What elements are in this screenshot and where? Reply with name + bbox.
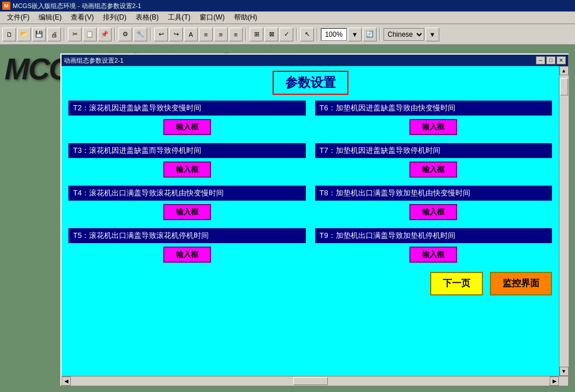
menu-tools[interactable]: 工具(T) <box>163 11 195 24</box>
scroll-track[interactable] <box>559 75 569 367</box>
toolbar-btn-paste[interactable]: 📌 <box>98 28 112 41</box>
hscroll-thumb[interactable] <box>293 377 328 385</box>
dialog-body: 参数设置 T2：滚花机因进盖缺盖导致快变慢时间 输入框 T6：加垫机因进盖缺盖导… <box>62 66 559 376</box>
param-input-row-t3: 输入框 <box>68 162 306 178</box>
param-input-row-t8: 输入框 <box>315 204 553 220</box>
param-group-t2: T2：滚花机因进盖缺盖导致快变慢时间 输入框 <box>68 101 306 139</box>
toolbar-sep-2 <box>114 28 116 41</box>
maximize-button[interactable]: □ <box>546 56 555 64</box>
param-group-t7: T7：加垫机因进盖缺盖导致停机时间 输入框 <box>315 143 553 181</box>
language-select[interactable]: Chinese English <box>384 28 424 41</box>
toolbar-sep-6 <box>317 28 318 41</box>
menu-window[interactable]: 窗口(W) <box>195 11 229 24</box>
param-input-t7[interactable]: 输入框 <box>409 162 457 178</box>
page-title: 参数设置 <box>273 71 348 95</box>
param-label-t6: T6：加垫机因进盖缺盖导致由快变慢时间 <box>315 101 553 116</box>
toolbar-btn-12[interactable]: ≡ <box>229 28 243 41</box>
vertical-scrollbar: ▲ ▼ <box>559 66 568 376</box>
toolbar-btn-10[interactable]: ≡ <box>199 28 213 41</box>
param-input-t2[interactable]: 输入框 <box>163 119 211 135</box>
toolbar-sep-4 <box>246 28 247 41</box>
param-label-t3: T3：滚花机因进盖缺盖而导致停机时间 <box>68 143 306 158</box>
param-label-t8: T8：加垫机出口满盖导致加垫机由快变慢时间 <box>315 186 553 201</box>
toolbar-btn-cursor[interactable]: ↖ <box>300 28 314 41</box>
toolbar-sep-5 <box>296 28 297 41</box>
param-input-t4[interactable]: 输入框 <box>163 204 211 220</box>
toolbar-btn-15[interactable]: ✓ <box>279 28 293 41</box>
scrollbar-corner <box>559 376 568 386</box>
toolbar-btn-7[interactable]: ↩ <box>154 28 168 41</box>
dialog-title: 动画组态参数设置2-1 <box>64 56 124 65</box>
zoom-input[interactable] <box>321 28 347 41</box>
toolbar-btn-2[interactable]: 📂 <box>17 28 31 41</box>
param-input-row-t7: 输入框 <box>315 162 553 178</box>
next-page-button[interactable]: 下一页 <box>430 272 483 295</box>
minimize-button[interactable]: ─ <box>536 56 545 64</box>
param-input-t5[interactable]: 输入框 <box>163 247 211 263</box>
dialog-window: 动画组态参数设置2-1 ─ □ ✕ 参数设置 T2：滚花机因进盖缺盖导致快变慢时… <box>60 53 569 386</box>
menu-file[interactable]: 文件(F) <box>2 11 34 24</box>
param-input-t3[interactable]: 输入框 <box>163 162 211 178</box>
toolbar-btn-8[interactable]: ↪ <box>169 28 183 41</box>
toolbar-btn-11[interactable]: ≡ <box>214 28 228 41</box>
toolbar-sep-7 <box>379 28 381 41</box>
toolbar-btn-14[interactable]: ⊠ <box>264 28 278 41</box>
param-input-t9[interactable]: 输入框 <box>409 247 457 263</box>
toolbar-btn-4[interactable]: 🖨 <box>47 28 61 41</box>
param-input-t8[interactable]: 输入框 <box>409 204 457 220</box>
menu-arrange[interactable]: 排列(D) <box>98 11 131 24</box>
scroll-thumb[interactable] <box>560 78 568 95</box>
param-group-t9: T9：加垫机出口满盖导致加垫机停机时间 输入框 <box>315 228 553 266</box>
close-button[interactable]: ✕ <box>557 56 566 64</box>
param-input-row-t6: 输入框 <box>315 119 553 135</box>
param-input-row-t4: 输入框 <box>68 204 306 220</box>
menu-help[interactable]: 帮助(H) <box>229 11 262 24</box>
hscroll-track[interactable] <box>71 376 550 386</box>
monitor-button[interactable]: 监控界面 <box>490 272 552 295</box>
param-group-t6: T6：加垫机因进盖缺盖导致由快变慢时间 输入框 <box>315 101 553 139</box>
app-titlebar: M MCGS嵌入版组态环境 - 动画组态参数设置2-1 <box>0 0 575 11</box>
hscroll-right-arrow[interactable]: ▶ <box>550 376 559 386</box>
toolbar-sep-1 <box>64 28 65 41</box>
hscroll-left-arrow[interactable]: ◀ <box>62 376 71 386</box>
toolbar-btn-5[interactable]: ⚙ <box>118 28 132 41</box>
param-label-t7: T7：加垫机因进盖缺盖导致停机时间 <box>315 143 553 158</box>
param-input-row-t2: 输入框 <box>68 119 306 135</box>
bottom-buttons: 下一页 监控界面 <box>68 272 552 298</box>
toolbar-btn-refresh[interactable]: 🔄 <box>363 28 377 41</box>
param-group-t5: T5：滚花机出口满盖导致滚花机停机时间 输入框 <box>68 228 306 266</box>
menu-bar: 文件(F) 编辑(E) 查看(V) 排列(D) 表格(B) 工具(T) 窗口(W… <box>0 11 575 24</box>
toolbar-btn-copy[interactable]: 📋 <box>83 28 97 41</box>
param-label-t5: T5：滚花机出口满盖导致滚花机停机时间 <box>68 228 306 243</box>
param-label-t9: T9：加垫机出口满盖导致加垫机停机时间 <box>315 228 553 243</box>
param-group-t3: T3：滚花机因进盖缺盖而导致停机时间 输入框 <box>68 143 306 181</box>
param-input-row-t9: 输入框 <box>315 247 553 263</box>
toolbar-btn-13[interactable]: ⊞ <box>250 28 263 41</box>
toolbar-btn-cut[interactable]: ✂ <box>68 28 82 41</box>
lang-dropdown-btn[interactable]: ▼ <box>425 28 439 41</box>
horizontal-scrollbar: ◀ ▶ <box>62 376 568 385</box>
param-label-t2: T2：滚花机因进盖缺盖导致快变慢时间 <box>68 101 306 116</box>
toolbar-sep-3 <box>150 28 151 41</box>
app-icon: M <box>2 2 10 10</box>
param-group-t8: T8：加垫机出口满盖导致加垫机由快变慢时间 输入框 <box>315 186 553 224</box>
toolbar: 🗋 📂 💾 🖨 ✂ 📋 📌 ⚙ 🔧 ↩ ↪ A ≡ ≡ ≡ ⊞ ⊠ ✓ ↖ ▼ … <box>0 24 575 45</box>
menu-table[interactable]: 表格(B) <box>131 11 163 24</box>
params-grid: T2：滚花机因进盖缺盖导致快变慢时间 输入框 T6：加垫机因进盖缺盖导致由快变慢… <box>68 101 552 266</box>
zoom-dropdown-btn[interactable]: ▼ <box>348 28 362 41</box>
param-input-t6[interactable]: 输入框 <box>409 119 457 135</box>
toolbar-btn-1[interactable]: 🗋 <box>2 28 16 41</box>
toolbar-btn-3[interactable]: 💾 <box>32 28 46 41</box>
scroll-down-arrow[interactable]: ▼ <box>559 367 569 376</box>
toolbar-btn-9[interactable]: A <box>184 28 198 41</box>
dialog-layout: 参数设置 T2：滚花机因进盖缺盖导致快变慢时间 输入框 T6：加垫机因进盖缺盖导… <box>62 66 568 376</box>
toolbar-btn-6[interactable]: 🔧 <box>133 28 147 41</box>
param-label-t4: T4：滚花机出口满盖导致滚花机由快变慢时间 <box>68 186 306 201</box>
scroll-up-arrow[interactable]: ▲ <box>559 66 569 75</box>
zoom-control: ▼ <box>321 28 362 41</box>
dialog-controls: ─ □ ✕ <box>536 56 566 64</box>
main-content: MCGS嵌入版组态软件 动画组态参数设置2-1 ─ □ ✕ 参数设置 T2：滚花… <box>0 45 575 392</box>
menu-edit[interactable]: 编辑(E) <box>34 11 66 24</box>
menu-view[interactable]: 查看(V) <box>66 11 98 24</box>
param-input-row-t5: 输入框 <box>68 247 306 263</box>
